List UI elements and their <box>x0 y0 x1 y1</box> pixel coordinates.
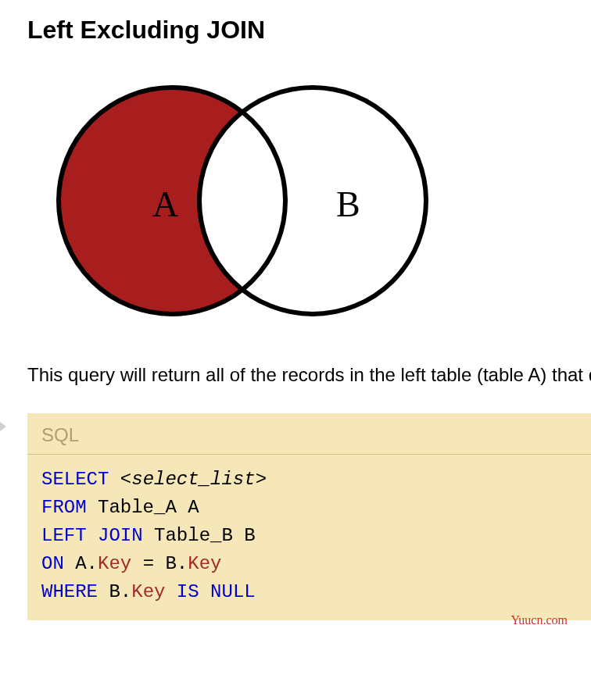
section-heading: Left Excluding JOIN <box>27 16 591 45</box>
article-content: Left Excluding JOIN A B Thi <box>0 0 591 620</box>
description-text: This query will return all of the record… <box>27 360 591 390</box>
venn-label-a: A <box>152 184 178 224</box>
code-language-label: SQL <box>27 413 591 455</box>
venn-label-b: B <box>336 184 360 224</box>
code-content: SELECT <select_list> FROM Table_A A LEFT… <box>27 455 591 620</box>
watermark: Yuucn.com <box>511 613 568 627</box>
venn-svg: A B <box>39 76 446 326</box>
sql-code-block: SQL SELECT <select_list> FROM Table_A A … <box>27 413 591 620</box>
venn-diagram: A B <box>39 76 591 329</box>
